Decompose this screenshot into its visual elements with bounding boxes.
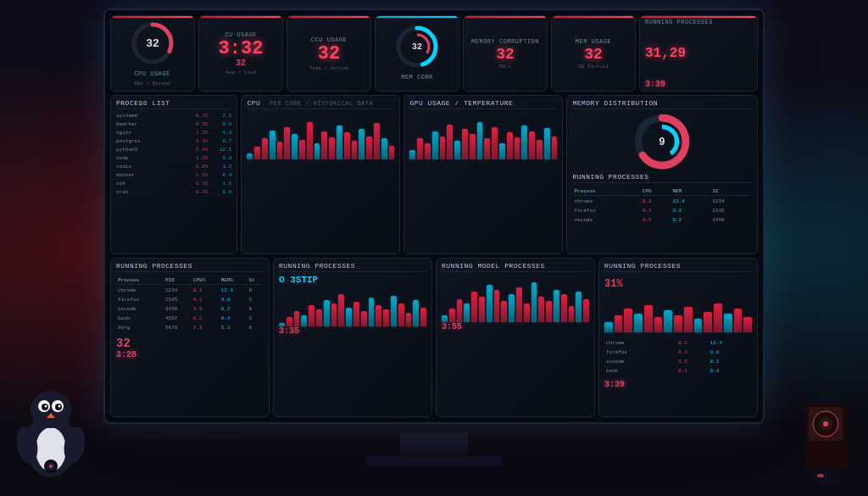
chart-bar: [634, 314, 643, 332]
cpu-chart-title: CPU Per Core / Historical Data: [247, 99, 394, 109]
process-list: systemd0.1%2.1kworker0.3%0.5nginx1.2%4.3…: [116, 112, 231, 197]
chart-bar: [494, 290, 500, 323]
chart-bar: [442, 315, 448, 322]
chart-bar: [376, 305, 381, 326]
chart-bar: [516, 287, 522, 322]
chart-bar: [524, 304, 530, 322]
bottom-bar-chart-2: [442, 276, 589, 322]
penguin-decoration: [17, 386, 85, 479]
process-row: node3.2%9.8: [116, 154, 231, 163]
chart-bar: [544, 128, 550, 159]
chart-bar: [724, 314, 732, 332]
chart-bar: [346, 308, 352, 327]
table-row: firefox4.19.82345: [574, 207, 750, 215]
chart-bar: [321, 131, 327, 159]
chart-bar: [501, 301, 507, 322]
monitor-base: [366, 456, 502, 466]
chart-bar: [369, 298, 375, 326]
bottom-table-title: Running Processes: [116, 262, 264, 272]
right-panel-value: 31%: [604, 278, 752, 290]
dashboard: 32 CPU USAGE GHz / Normal CU USAGE 3:32 …: [105, 10, 763, 422]
chart-bar: [529, 131, 535, 159]
chart-bar: [398, 304, 404, 326]
monitor-screen: 32 CPU USAGE GHz / Normal CU USAGE 3:32 …: [103, 8, 765, 424]
process-row: ssh0.1%1.1: [116, 180, 231, 188]
monitor-stand: [400, 432, 468, 458]
chart-bar: [447, 125, 453, 159]
chart-bar: [674, 315, 682, 332]
chart-bar: [583, 299, 589, 323]
bottom-processes-table: ProcessPIDCPU%MEM%St chrome12348.212.4Rf…: [116, 275, 264, 333]
bottom-chart-1-panel: Running Processes O 3STIP 3:35: [273, 258, 432, 417]
chart-bar: [479, 297, 485, 322]
chart-bar: [492, 127, 498, 160]
right-bar-chart: [604, 298, 752, 332]
chart-bar: [552, 137, 558, 160]
chart-bar: [576, 292, 581, 322]
timestamp-top: 3:39: [645, 80, 665, 89]
cu-value: 3:32: [219, 40, 264, 59]
table-row: firefox4.19.8: [606, 348, 750, 356]
ccu-sub: Temp / Active: [309, 65, 349, 71]
chart-bar: [538, 297, 544, 322]
top-metrics-row: 32 CPU USAGE GHz / Normal CU USAGE 3:32 …: [110, 15, 758, 92]
o3stip-value: O 3STIP: [279, 275, 426, 285]
svg-point-17: [58, 405, 61, 408]
speaker-decoration: [796, 394, 855, 479]
table-row: chrome8.212.4: [606, 339, 750, 347]
chart-bar: [507, 132, 513, 159]
chart-bar: [314, 143, 320, 159]
chart-bar: [409, 150, 415, 159]
table-row: chrome8.212.41234: [574, 198, 750, 205]
chart-bar: [734, 309, 743, 332]
chart-bar: [366, 137, 372, 160]
svg-rect-31: [817, 474, 824, 477]
gpu-chart-title: GPU Usage / Temperature: [409, 99, 557, 109]
chart-bar: [457, 299, 463, 323]
table-row: Xorg56782.35.1R: [118, 324, 262, 332]
chart-bar: [270, 131, 275, 159]
chart-bar: [337, 125, 342, 159]
running-processes-right-title: Running Processes: [604, 262, 752, 272]
right-processes-table: chrome8.212.4firefox4.19.8vscode3.58.2ba…: [604, 337, 752, 376]
chart-bar: [417, 138, 423, 159]
process-list-title: Process List: [116, 99, 231, 109]
cpu-chart-panel: CPU Per Core / Historical Data: [241, 95, 400, 254]
running-value: 31,29: [645, 47, 686, 60]
running-proc-subtitle: Running Processes: [572, 173, 752, 183]
timestamp-bottom-3: 3:55: [442, 322, 589, 332]
chart-bar: [344, 132, 350, 159]
metric-cu-usage: CU USAGE 3:32 32 Avg / Load: [198, 15, 283, 92]
chart-bar: [464, 304, 470, 322]
chart-bar: [389, 146, 395, 160]
bottom-chart-1-title: Running Processes: [279, 262, 426, 272]
bottom-process-table-panel: Running Processes ProcessPIDCPU%MEM%St c…: [110, 258, 270, 417]
bottom-row: Running Processes ProcessPIDCPU%MEM%St c…: [110, 258, 758, 417]
mem-title: MEMORY CORRUPTION: [471, 38, 539, 45]
chart-bar: [262, 138, 268, 159]
chart-bar: [331, 304, 337, 326]
chart-bar: [329, 137, 335, 159]
table-row: vscode3.58.23456: [574, 216, 750, 224]
mem-value: 32: [496, 47, 515, 62]
chart-bar: [406, 313, 412, 326]
middle-row: Process List systemd0.1%2.1kworker0.3%0.…: [110, 95, 758, 254]
process-row: redis0.8%3.2: [116, 163, 231, 171]
cpu-sub: GHz / Normal: [134, 81, 170, 86]
donut-table-panel: Memory Distribution 9 Running Processes: [566, 95, 758, 254]
svg-point-28: [823, 421, 828, 426]
chart-bar: [374, 123, 380, 159]
metric-ccu-usage: CCU USAGE 32 Temp / Active: [287, 15, 371, 92]
chart-bar: [420, 308, 426, 327]
chart-bar: [284, 127, 290, 160]
chart-bar: [484, 138, 490, 159]
running-title: RUNNING PROCESSES: [645, 19, 713, 25]
chart-bar: [743, 317, 752, 332]
bottom-right-panel: Running Processes 31% chrome8.212.4firef…: [598, 258, 758, 417]
svg-point-23: [49, 465, 53, 468]
metric-cpu-usage: 32 CPU USAGE GHz / Normal: [110, 15, 195, 92]
table-row: firefox23454.19.8S: [118, 296, 262, 304]
svg-point-11: [31, 391, 71, 428]
chart-bar: [299, 140, 305, 159]
chart-bar: [546, 301, 552, 322]
